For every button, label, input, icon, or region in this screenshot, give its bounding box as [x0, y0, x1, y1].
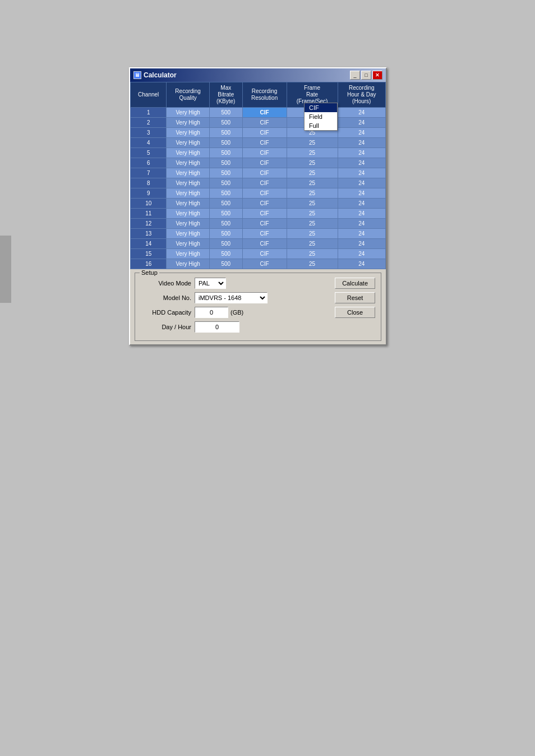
bitrate-cell[interactable]: 500: [209, 199, 242, 209]
bitrate-cell[interactable]: 500: [209, 229, 242, 239]
calculate-button[interactable]: Calculate: [335, 278, 375, 289]
quality-cell[interactable]: Very High: [167, 209, 210, 219]
resolution-cell[interactable]: CIF: [242, 259, 287, 269]
frame-cell[interactable]: 25: [287, 259, 338, 269]
bitrate-cell[interactable]: 500: [209, 128, 242, 138]
quality-cell[interactable]: Very High: [167, 138, 210, 148]
model-no-select[interactable]: iMDVRS - 1648 iMDVRS - 1632 iMDVRS - 161…: [195, 292, 268, 303]
hours-cell[interactable]: 24: [338, 259, 385, 269]
bitrate-cell[interactable]: 500: [209, 249, 242, 259]
hours-cell[interactable]: 24: [338, 229, 385, 239]
quality-cell[interactable]: Very High: [167, 199, 210, 209]
hours-cell[interactable]: 24: [338, 138, 385, 148]
col-header-quality: RecordingQuality: [167, 82, 210, 108]
hours-cell[interactable]: 24: [338, 209, 385, 219]
hours-cell[interactable]: 24: [338, 188, 385, 199]
resolution-cell[interactable]: CIF: [242, 178, 287, 188]
dropdown-option-cif[interactable]: CIF: [305, 103, 337, 112]
window-content: Channel RecordingQuality MaxBitrate(KByt…: [130, 82, 386, 341]
resolution-cell[interactable]: CIF: [242, 209, 287, 219]
hours-cell[interactable]: 24: [338, 118, 385, 128]
hours-cell[interactable]: 24: [338, 249, 385, 259]
channel-cell: 12: [131, 219, 167, 229]
hours-cell[interactable]: 24: [338, 199, 385, 209]
resolution-cell[interactable]: CIF: [242, 108, 287, 118]
dropdown-option-field[interactable]: Field: [305, 112, 337, 121]
bitrate-cell[interactable]: 500: [209, 239, 242, 249]
close-window-button[interactable]: ✕: [372, 71, 382, 80]
col-header-bitrate: MaxBitrate(KByte): [209, 82, 242, 108]
bitrate-cell[interactable]: 500: [209, 168, 242, 178]
frame-cell[interactable]: 25: [287, 178, 338, 188]
frame-cell[interactable]: 25: [287, 199, 338, 209]
quality-cell[interactable]: Very High: [167, 128, 210, 138]
frame-cell[interactable]: 25: [287, 138, 338, 148]
calculator-window: 🖩 Calculator _ □ ✕ Channel RecordingQual…: [129, 67, 387, 345]
bitrate-cell[interactable]: 500: [209, 209, 242, 219]
channel-cell: 4: [131, 138, 167, 148]
minimize-button[interactable]: _: [350, 71, 360, 80]
resolution-cell[interactable]: CIF: [242, 168, 287, 178]
bitrate-cell[interactable]: 500: [209, 188, 242, 199]
resolution-cell[interactable]: CIF: [242, 219, 287, 229]
quality-cell[interactable]: Very High: [167, 108, 210, 118]
hours-cell[interactable]: 24: [338, 178, 385, 188]
resolution-cell[interactable]: CIF: [242, 188, 287, 199]
quality-cell[interactable]: Very High: [167, 158, 210, 168]
hdd-capacity-input[interactable]: [195, 307, 228, 318]
quality-cell[interactable]: Very High: [167, 219, 210, 229]
close-button[interactable]: Close: [335, 307, 375, 318]
resolution-cell[interactable]: CIF: [242, 199, 287, 209]
frame-cell[interactable]: 25: [287, 239, 338, 249]
quality-cell[interactable]: Very High: [167, 229, 210, 239]
quality-cell[interactable]: Very High: [167, 148, 210, 158]
quality-cell[interactable]: Very High: [167, 188, 210, 199]
quality-cell[interactable]: Very High: [167, 178, 210, 188]
frame-cell[interactable]: 25: [287, 219, 338, 229]
resolution-cell[interactable]: CIF: [242, 239, 287, 249]
quality-cell[interactable]: Very High: [167, 259, 210, 269]
hours-cell[interactable]: 24: [338, 239, 385, 249]
resolution-cell[interactable]: CIF: [242, 118, 287, 128]
bitrate-cell[interactable]: 500: [209, 108, 242, 118]
resolution-cell[interactable]: CIF: [242, 148, 287, 158]
bitrate-cell[interactable]: 500: [209, 148, 242, 158]
col-header-hours: RecordingHour & Day(Hours): [338, 82, 385, 108]
frame-cell[interactable]: 25: [287, 209, 338, 219]
bitrate-cell[interactable]: 500: [209, 118, 242, 128]
resolution-cell[interactable]: CIF: [242, 249, 287, 259]
hours-cell[interactable]: 24: [338, 128, 385, 138]
video-mode-select[interactable]: PAL NTSC: [195, 278, 226, 289]
bitrate-cell[interactable]: 500: [209, 219, 242, 229]
channel-cell: 14: [131, 239, 167, 249]
resolution-cell[interactable]: CIF: [242, 128, 287, 138]
resolution-cell[interactable]: CIF: [242, 158, 287, 168]
hdd-capacity-label: HDD Capacity: [141, 309, 191, 316]
frame-cell[interactable]: 25: [287, 229, 338, 239]
bitrate-cell[interactable]: 500: [209, 259, 242, 269]
frame-cell[interactable]: 25: [287, 168, 338, 178]
frame-cell[interactable]: 25: [287, 148, 338, 158]
quality-cell[interactable]: Very High: [167, 249, 210, 259]
restore-button[interactable]: □: [361, 71, 371, 80]
hours-cell[interactable]: 24: [338, 148, 385, 158]
reset-button[interactable]: Reset: [335, 292, 375, 303]
hours-cell[interactable]: 24: [338, 108, 385, 118]
hours-cell[interactable]: 24: [338, 219, 385, 229]
hours-cell[interactable]: 24: [338, 168, 385, 178]
resolution-cell[interactable]: CIF: [242, 138, 287, 148]
quality-cell[interactable]: Very High: [167, 118, 210, 128]
frame-cell[interactable]: 25: [287, 158, 338, 168]
bitrate-cell[interactable]: 500: [209, 178, 242, 188]
bitrate-cell[interactable]: 500: [209, 158, 242, 168]
hours-cell[interactable]: 24: [338, 158, 385, 168]
quality-cell[interactable]: Very High: [167, 168, 210, 178]
quality-cell[interactable]: Very High: [167, 239, 210, 249]
frame-cell[interactable]: 25: [287, 249, 338, 259]
resolution-cell[interactable]: CIF: [242, 229, 287, 239]
bitrate-cell[interactable]: 500: [209, 138, 242, 148]
frame-cell[interactable]: 25: [287, 188, 338, 199]
day-hour-input[interactable]: [195, 321, 239, 333]
dropdown-option-full[interactable]: Full: [305, 121, 337, 130]
table-row: 16Very High500CIF2524: [131, 259, 386, 269]
